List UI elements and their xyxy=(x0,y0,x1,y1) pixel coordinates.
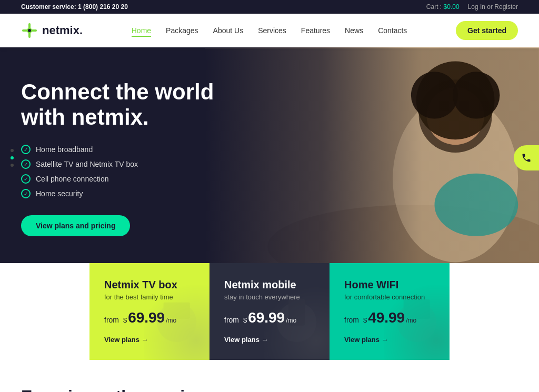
feature-3: ✓ Cell phone connection xyxy=(21,174,214,184)
svg-rect-15 xyxy=(163,303,189,319)
feature-2: ✓ Satellite TV and Netmix TV box xyxy=(21,159,214,169)
card-mobile-image xyxy=(264,263,330,360)
cart-info: Cart : $0.00 xyxy=(426,3,460,11)
svg-point-2 xyxy=(27,28,32,33)
feature-1: ✓ Home broadband xyxy=(21,145,214,154)
top-right-bar: Cart : $0.00 Log In or Register xyxy=(426,3,518,11)
check-icon-2: ✓ xyxy=(21,159,31,169)
card-tv-image xyxy=(144,263,209,360)
card-wifi-bg xyxy=(384,263,450,360)
nav-news[interactable]: News xyxy=(345,26,363,35)
hero-photo-svg xyxy=(205,47,539,268)
cart-amount: $0.00 xyxy=(444,3,460,11)
hero-dots xyxy=(11,149,14,167)
customer-service-label: Customer service: xyxy=(21,3,76,11)
card-tv-box: Netmix TV box for the best family time f… xyxy=(89,263,209,360)
card-tv-bg xyxy=(144,263,209,360)
nav-contacts[interactable]: Contacts xyxy=(378,26,407,35)
nav-packages[interactable]: Packages xyxy=(166,26,198,35)
check-icon-3: ✓ xyxy=(21,174,31,184)
card-mobile-currency: $ xyxy=(243,316,247,324)
card-tv-currency: $ xyxy=(123,316,127,324)
phone-icon xyxy=(521,153,532,163)
card-wifi-image xyxy=(384,263,450,360)
brand-name: netmix. xyxy=(42,24,83,37)
hero-content: Connect the world with netmix. ✓ Home br… xyxy=(0,48,235,268)
dot-1[interactable] xyxy=(11,149,14,152)
feature-4: ✓ Home security xyxy=(21,189,214,198)
card-wifi-currency: $ xyxy=(363,316,367,324)
phone-number: 1 (800) 216 20 20 xyxy=(78,3,128,11)
hero-features-list: ✓ Home broadband ✓ Satellite TV and Netm… xyxy=(21,145,214,198)
top-bar: Customer service: 1 (800) 216 20 20 Cart… xyxy=(0,0,539,14)
get-started-button[interactable]: Get started xyxy=(456,21,518,40)
card-wifi-link[interactable]: View plans → xyxy=(344,336,388,344)
bottom-title: Experience the magic of technology xyxy=(21,386,205,392)
login-link[interactable]: Log In xyxy=(468,3,485,11)
svg-rect-13 xyxy=(205,48,539,268)
nav-home[interactable]: Home xyxy=(132,26,151,37)
card-tv-link[interactable]: View plans → xyxy=(104,336,148,344)
brand-logo[interactable]: netmix. xyxy=(21,22,83,39)
svg-rect-17 xyxy=(288,299,305,325)
card-mobile: Netmix mobile stay in touch everywhere f… xyxy=(209,263,330,360)
card-wifi: Home WIFI for comfortable connection fro… xyxy=(330,263,450,360)
card-wifi-from: from xyxy=(344,316,359,324)
card-mobile-from: from xyxy=(224,316,239,324)
cards-section: Netmix TV box for the best family time f… xyxy=(0,263,539,360)
auth-links: Log In or Register xyxy=(468,3,518,11)
hero-section: Connect the world with netmix. ✓ Home br… xyxy=(0,47,539,268)
nav-about[interactable]: About Us xyxy=(213,26,244,35)
register-link[interactable]: Register xyxy=(494,3,518,11)
phone-button[interactable] xyxy=(514,145,539,170)
logo-icon xyxy=(21,22,38,39)
bottom-section: Experience the magic of technology xyxy=(0,365,539,392)
check-icon-1: ✓ xyxy=(21,145,31,154)
card-mobile-bg xyxy=(264,263,330,360)
nav-features[interactable]: Features xyxy=(301,26,330,35)
svg-rect-19 xyxy=(403,299,430,319)
main-nav: netmix. Home Packages About Us Services … xyxy=(0,14,539,47)
nav-links: Home Packages About Us Services Features… xyxy=(132,26,407,35)
dot-3[interactable] xyxy=(11,164,14,167)
nav-services[interactable]: Services xyxy=(258,26,286,35)
customer-service: Customer service: 1 (800) 216 20 20 xyxy=(21,3,128,11)
dot-2[interactable] xyxy=(11,156,14,159)
hero-cta-button[interactable]: View plans and pricing xyxy=(21,215,130,236)
card-tv-from: from xyxy=(104,316,119,324)
hero-background-image xyxy=(205,47,539,268)
hero-title: Connect the world with netmix. xyxy=(21,79,214,130)
check-icon-4: ✓ xyxy=(21,189,31,198)
card-mobile-link[interactable]: View plans → xyxy=(224,336,268,344)
